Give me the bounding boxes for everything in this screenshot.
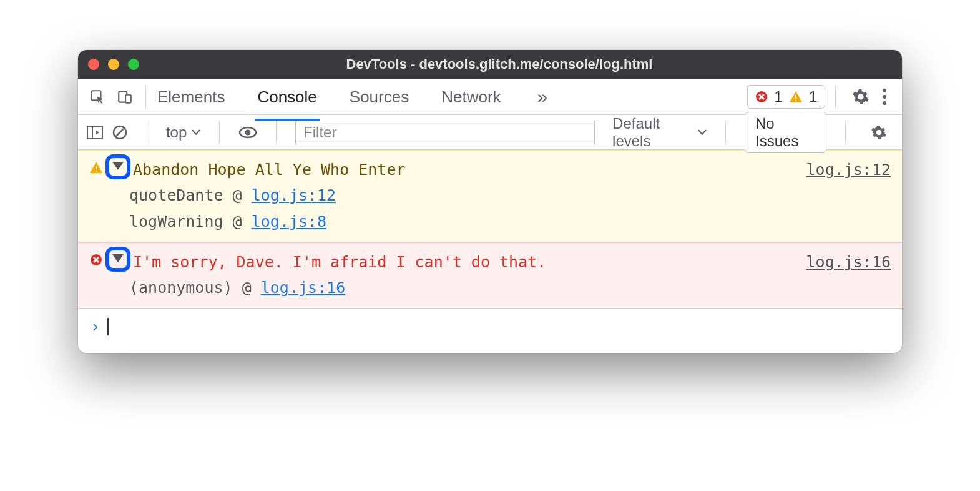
context-label: top	[166, 124, 187, 141]
device-toolbar-icon[interactable]	[114, 89, 135, 105]
filter-input[interactable]	[295, 121, 595, 144]
svg-rect-4	[795, 95, 796, 99]
console-message-warning: Abandon Hope All Ye Who Enter log.js:12 …	[78, 150, 902, 242]
divider	[145, 86, 146, 108]
svg-point-6	[883, 89, 886, 92]
console-prompt[interactable]: ›	[78, 309, 902, 353]
svg-line-12	[115, 128, 124, 137]
error-icon	[755, 91, 768, 103]
chevron-down-icon	[192, 129, 200, 136]
log-levels-selector[interactable]: Default levels	[612, 115, 707, 150]
stack-trace: quoteDante @ log.js:12 logWarning @ log.…	[89, 182, 891, 234]
stack-fn: logWarning	[129, 212, 223, 231]
levels-label: Default levels	[612, 115, 693, 150]
svg-rect-15	[96, 166, 97, 169]
highlight-annotation	[105, 154, 130, 179]
stack-source-link[interactable]: log.js:16	[261, 279, 345, 297]
stack-trace: (anonymous) @ log.js:16	[89, 275, 891, 300]
highlight-annotation	[105, 247, 130, 272]
source-link[interactable]: log.js:12	[806, 157, 891, 182]
titlebar: DevTools - devtools.glitch.me/console/lo…	[78, 50, 902, 79]
panel-tabs-toolbar: Elements Console Sources Network » 1 1	[78, 79, 902, 115]
divider	[835, 86, 836, 108]
console-toolbar: top Default levels No Issues	[78, 115, 902, 150]
stack-source-link[interactable]: log.js:12	[252, 186, 336, 204]
clear-console-icon[interactable]	[112, 124, 128, 141]
warning-icon	[789, 91, 803, 103]
divider	[845, 121, 846, 144]
context-selector[interactable]: top	[166, 124, 200, 141]
chevron-down-icon	[698, 129, 707, 136]
error-count: 1	[774, 88, 782, 106]
message-text: Abandon Hope All Ye Who Enter	[133, 157, 800, 182]
toggle-sidebar-icon[interactable]	[87, 126, 103, 139]
no-issues-button[interactable]: No Issues	[745, 112, 826, 153]
svg-rect-5	[795, 100, 796, 101]
source-link[interactable]: log.js:16	[806, 249, 891, 275]
inspect-icon[interactable]	[87, 89, 108, 105]
svg-point-14	[245, 129, 251, 135]
svg-rect-2	[125, 94, 131, 102]
divider	[725, 121, 726, 144]
text-cursor	[107, 318, 109, 335]
svg-rect-9	[87, 126, 102, 139]
tab-console[interactable]: Console	[256, 80, 318, 113]
stack-source-link[interactable]: log.js:8	[252, 212, 326, 231]
warning-count: 1	[809, 88, 817, 106]
stack-frame: quoteDante @ log.js:12	[129, 182, 891, 208]
devtools-window: DevTools - devtools.glitch.me/console/lo…	[78, 50, 902, 353]
window-title: DevTools - devtools.glitch.me/console/lo…	[107, 56, 892, 72]
warning-icon	[89, 161, 103, 174]
live-expression-icon[interactable]	[238, 126, 257, 139]
issues-counter[interactable]: 1 1	[747, 85, 825, 109]
console-message-error: I'm sorry, Dave. I'm afraid I can't do t…	[78, 242, 902, 309]
message-text: I'm sorry, Dave. I'm afraid I can't do t…	[133, 249, 800, 275]
stack-frame: logWarning @ log.js:8	[129, 209, 891, 234]
svg-point-8	[883, 101, 886, 105]
svg-point-7	[883, 95, 886, 99]
settings-icon[interactable]	[846, 88, 876, 106]
tab-elements[interactable]: Elements	[156, 80, 226, 113]
stack-frame: (anonymous) @ log.js:16	[129, 275, 891, 300]
tab-sources[interactable]: Sources	[348, 80, 410, 113]
divider	[276, 121, 277, 144]
stack-fn: (anonymous)	[129, 279, 233, 297]
panel-tabs: Elements Console Sources Network »	[156, 80, 747, 113]
tab-network[interactable]: Network	[440, 80, 502, 113]
error-icon	[89, 253, 103, 267]
divider	[219, 121, 220, 144]
svg-rect-16	[96, 171, 97, 172]
kebab-menu-icon[interactable]	[876, 88, 893, 106]
close-window-button[interactable]	[88, 59, 99, 70]
stack-fn: quoteDante	[129, 186, 223, 204]
prompt-symbol: ›	[91, 317, 100, 335]
more-tabs-icon[interactable]: »	[532, 86, 553, 107]
divider	[147, 121, 147, 144]
console-settings-icon[interactable]	[865, 124, 893, 141]
